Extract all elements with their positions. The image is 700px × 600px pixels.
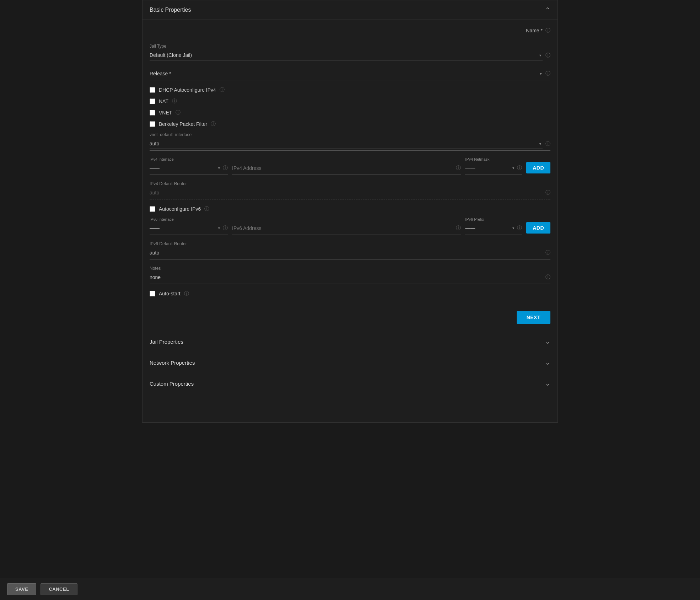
ipv6-prefix-help-icon[interactable]: ⓘ	[517, 225, 522, 231]
ipv6-interface-col: IPv6 Interface —— em0 ▼ ⓘ	[150, 217, 228, 235]
ipv6-address-help-icon[interactable]: ⓘ	[456, 225, 461, 231]
ipv6-auto-checkbox[interactable]	[150, 206, 155, 212]
nat-checkbox-row: NAT ⓘ	[150, 98, 550, 105]
vnet-interface-field: vnet_default_interface auto em0 igb0 ▼ ⓘ	[150, 132, 550, 151]
ipv4-interface-help-icon[interactable]: ⓘ	[223, 165, 228, 171]
ipv6-prefix-label: IPv6 Prefix	[465, 217, 522, 221]
jail-type-label: Jail Type	[150, 44, 550, 49]
next-button[interactable]: NEXT	[517, 311, 550, 324]
jail-type-field: Jail Type Default (Clone Jail) Basejail …	[150, 44, 550, 62]
autostart-help-icon[interactable]: ⓘ	[184, 290, 189, 297]
jail-properties-chevron: ⌄	[545, 338, 550, 345]
basic-properties-title: Basic Properties	[150, 7, 191, 13]
network-properties-title: Network Properties	[150, 360, 195, 366]
ipv4-interface-label: IPv4 Interface	[150, 157, 228, 161]
autostart-checkbox-row: Auto-start ⓘ	[150, 290, 550, 297]
bpf-checkbox-row: Berkeley Packet Filter ⓘ	[150, 121, 550, 127]
release-field-row: Release * ▼ ⓘ	[150, 69, 550, 80]
ipv4-netmask-col: IPv4 Netmask —— /8/16/24/32 ▼ ⓘ	[465, 157, 522, 175]
ipv4-add-button[interactable]: ADD	[526, 162, 550, 173]
custom-properties-header[interactable]: Custom Properties ⌄	[142, 373, 558, 394]
ipv6-address-input[interactable]	[232, 223, 453, 233]
dhcp-label: DHCP Autoconfigure IPv4	[159, 87, 216, 93]
ipv6-row: IPv6 Interface —— em0 ▼ ⓘ	[150, 217, 550, 235]
dhcp-checkbox[interactable]	[150, 87, 155, 93]
ipv4-default-router-field: IPv4 Default Router ⓘ	[150, 181, 550, 199]
ipv6-interface-label: IPv6 Interface	[150, 217, 228, 221]
release-input[interactable]	[174, 69, 536, 79]
ipv6-add-button[interactable]: ADD	[526, 222, 550, 234]
jail-properties-title: Jail Properties	[150, 339, 183, 345]
jail-type-select[interactable]: Default (Clone Jail) Basejail Template P…	[150, 50, 543, 60]
bpf-help-icon[interactable]: ⓘ	[211, 121, 216, 127]
autostart-label: Auto-start	[159, 291, 181, 296]
basic-properties-content: Name * ⓘ Jail Type Default (Clone Jail) …	[142, 20, 558, 307]
nat-label: NAT	[159, 98, 168, 104]
ipv6-router-label: IPv6 Default Router	[150, 241, 550, 246]
notes-help-icon[interactable]: ⓘ	[545, 274, 550, 280]
ipv6-address-col: ⓘ	[232, 223, 461, 235]
ipv6-auto-checkbox-row: Autoconfigure IPv6 ⓘ	[150, 206, 550, 212]
vnet-checkbox[interactable]	[150, 110, 155, 116]
name-field-row: Name * ⓘ	[150, 26, 550, 37]
release-arrow: ▼	[539, 72, 543, 76]
ipv4-address-col: ⓘ	[232, 163, 461, 175]
release-label: Release *	[150, 71, 171, 76]
ipv4-router-input[interactable]	[150, 188, 543, 198]
ipv4-address-input[interactable]	[232, 163, 453, 173]
ipv6-auto-help-icon[interactable]: ⓘ	[204, 206, 209, 212]
ipv6-auto-label: Autoconfigure IPv6	[159, 206, 201, 212]
ipv6-router-help-icon[interactable]: ⓘ	[545, 250, 550, 256]
autostart-checkbox[interactable]	[150, 291, 155, 296]
notes-input[interactable]	[150, 272, 543, 282]
release-help-icon[interactable]: ⓘ	[545, 70, 550, 77]
basic-properties-header[interactable]: Basic Properties ⌃	[142, 0, 558, 20]
ipv6-prefix-col: IPv6 Prefix —— /48/64/128 ▼ ⓘ	[465, 217, 522, 235]
bpf-label: Berkeley Packet Filter	[159, 121, 207, 127]
ipv6-default-router-field: IPv6 Default Router ⓘ	[150, 241, 550, 259]
ipv4-router-help-icon[interactable]: ⓘ	[545, 189, 550, 196]
custom-properties-title: Custom Properties	[150, 381, 194, 387]
jail-type-help-icon[interactable]: ⓘ	[545, 52, 550, 59]
ipv4-row: IPv4 Interface —— em0 ▼ ⓘ	[150, 157, 550, 175]
ipv4-netmask-select[interactable]: —— /8/16/24/32	[465, 163, 516, 173]
next-button-row: NEXT	[142, 307, 558, 331]
dhcp-checkbox-row: DHCP Autoconfigure IPv4 ⓘ	[150, 87, 550, 93]
vnet-interface-select[interactable]: auto em0 igb0	[150, 139, 543, 149]
ipv6-router-input[interactable]	[150, 248, 543, 258]
jail-properties-header[interactable]: Jail Properties ⌄	[142, 331, 558, 352]
network-properties-header[interactable]: Network Properties ⌄	[142, 352, 558, 373]
network-properties-chevron: ⌄	[545, 359, 550, 366]
ipv6-prefix-select[interactable]: —— /48/64/128	[465, 223, 516, 233]
vnet-help-icon[interactable]: ⓘ	[176, 109, 181, 116]
ipv4-router-label: IPv4 Default Router	[150, 181, 550, 186]
name-help-icon[interactable]: ⓘ	[545, 27, 550, 34]
name-label: Name *	[526, 28, 543, 33]
ipv6-interface-help-icon[interactable]: ⓘ	[223, 225, 228, 231]
ipv4-netmask-label: IPv4 Netmask	[465, 157, 522, 161]
basic-properties-chevron: ⌃	[545, 6, 550, 14]
nat-help-icon[interactable]: ⓘ	[172, 98, 177, 105]
ipv6-interface-select[interactable]: —— em0	[150, 223, 221, 233]
ipv4-address-help-icon[interactable]: ⓘ	[456, 165, 461, 171]
ipv4-interface-select[interactable]: —— em0	[150, 163, 221, 173]
vnet-checkbox-row: VNET ⓘ	[150, 109, 550, 116]
vnet-label: VNET	[159, 110, 172, 116]
vnet-interface-label: vnet_default_interface	[150, 132, 550, 137]
ipv6-add-btn-col: ADD	[526, 222, 550, 235]
notes-field: Notes ⓘ	[150, 266, 550, 284]
footer-bar: SAVE CANCEL	[0, 578, 700, 600]
ipv4-add-btn-col: ADD	[526, 162, 550, 175]
bpf-checkbox[interactable]	[150, 121, 155, 127]
cancel-button[interactable]: CANCEL	[41, 583, 77, 595]
ipv4-interface-col: IPv4 Interface —— em0 ▼ ⓘ	[150, 157, 228, 175]
nat-checkbox[interactable]	[150, 98, 155, 104]
notes-label: Notes	[150, 266, 550, 271]
ipv4-router-row: ⓘ	[150, 188, 550, 199]
save-button[interactable]: SAVE	[7, 583, 36, 595]
dhcp-help-icon[interactable]: ⓘ	[220, 87, 225, 93]
ipv4-netmask-help-icon[interactable]: ⓘ	[517, 165, 522, 171]
custom-properties-chevron: ⌄	[545, 380, 550, 387]
name-input[interactable]	[150, 26, 523, 36]
vnet-interface-help-icon[interactable]: ⓘ	[545, 141, 550, 147]
